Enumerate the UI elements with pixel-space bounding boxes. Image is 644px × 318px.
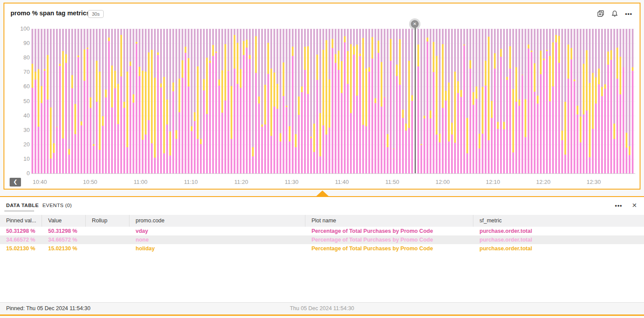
stacked-bar[interactable] <box>371 29 373 173</box>
stacked-bar[interactable] <box>589 29 591 173</box>
stacked-bar[interactable] <box>313 29 315 173</box>
stacked-bar[interactable] <box>549 29 551 173</box>
table-row[interactable]: 50.31298 %50.31298 %vdayPercentage of To… <box>0 227 644 235</box>
stacked-bar[interactable] <box>476 29 477 173</box>
stacked-bar[interactable] <box>77 29 79 173</box>
stacked-bar[interactable] <box>130 29 131 173</box>
stacked-bar[interactable] <box>420 29 422 173</box>
bell-icon[interactable] <box>611 10 619 17</box>
stacked-bar[interactable] <box>555 29 557 173</box>
stacked-bar[interactable] <box>200 29 202 173</box>
stacked-bar[interactable] <box>512 29 514 173</box>
table-row[interactable]: 34.66572 %34.66572 %nonePercentage of To… <box>0 235 644 244</box>
stacked-bar[interactable] <box>329 29 330 173</box>
stacked-bar[interactable] <box>613 29 615 173</box>
stacked-bar[interactable] <box>463 29 465 173</box>
stacked-bar[interactable] <box>396 29 398 173</box>
stacked-bar[interactable] <box>108 29 110 173</box>
stacked-bar[interactable] <box>378 29 379 173</box>
stacked-bar[interactable] <box>298 29 300 173</box>
stacked-bar[interactable] <box>280 29 281 173</box>
stacked-bar[interactable] <box>365 29 367 173</box>
table-row[interactable]: 15.02130 %15.02130 %holidayPercentage of… <box>0 244 644 253</box>
stacked-bar[interactable] <box>267 29 269 173</box>
stacked-bar[interactable] <box>185 29 186 173</box>
stacked-bar[interactable] <box>264 29 266 173</box>
stacked-bar[interactable] <box>601 29 603 173</box>
copy-to-dashboard-icon[interactable] <box>597 10 605 17</box>
stacked-bar[interactable] <box>139 29 140 173</box>
stacked-bar[interactable] <box>228 29 229 173</box>
stacked-bar[interactable] <box>430 29 431 173</box>
stacked-bar[interactable] <box>276 29 278 173</box>
stacked-bar[interactable] <box>322 29 324 173</box>
stacked-bar[interactable] <box>433 29 434 173</box>
stacked-bar[interactable] <box>344 29 346 173</box>
stacked-bar[interactable] <box>552 29 554 173</box>
stacked-bar[interactable] <box>350 29 352 173</box>
stacked-bar[interactable] <box>234 29 235 173</box>
stacked-bar[interactable] <box>221 29 223 173</box>
stacked-bar[interactable] <box>347 29 349 173</box>
stacked-bar[interactable] <box>515 29 517 173</box>
stacked-bar[interactable] <box>32 29 33 173</box>
stacked-bar[interactable] <box>381 29 382 173</box>
stacked-bar[interactable] <box>169 29 171 173</box>
stacked-bar[interactable] <box>126 29 128 173</box>
stacked-bar[interactable] <box>567 29 569 173</box>
stacked-bar-plot[interactable] <box>32 29 635 173</box>
stacked-bar[interactable] <box>99 29 101 173</box>
stacked-bar[interactable] <box>525 29 526 173</box>
stacked-bar[interactable] <box>503 29 505 173</box>
stacked-bar[interactable] <box>500 29 502 173</box>
stacked-bar[interactable] <box>497 29 499 173</box>
stacked-bar[interactable] <box>359 29 361 173</box>
stacked-bar[interactable] <box>289 29 290 173</box>
stacked-bar[interactable] <box>319 29 321 173</box>
stacked-bar[interactable] <box>301 29 303 173</box>
stacked-bar[interactable] <box>353 29 355 173</box>
scroll-left-button[interactable]: ❮ <box>10 178 21 187</box>
stacked-bar[interactable] <box>283 29 284 173</box>
stacked-bar[interactable] <box>90 29 91 173</box>
stacked-bar[interactable] <box>393 29 395 173</box>
stacked-bar[interactable] <box>439 29 441 173</box>
stacked-bar[interactable] <box>479 29 480 173</box>
stacked-bar[interactable] <box>246 29 248 173</box>
more-actions-icon[interactable]: ••• <box>625 10 633 17</box>
stacked-bar[interactable] <box>540 29 542 173</box>
stacked-bar[interactable] <box>148 29 150 173</box>
stacked-bar[interactable] <box>623 29 624 173</box>
stacked-bar[interactable] <box>448 29 450 173</box>
stacked-bar[interactable] <box>558 29 560 173</box>
stacked-bar[interactable] <box>182 29 183 173</box>
stacked-bar[interactable] <box>488 29 490 173</box>
stacked-bar[interactable] <box>626 29 627 173</box>
stacked-bar[interactable] <box>543 29 545 173</box>
stacked-bar[interactable] <box>546 29 548 173</box>
stacked-bar[interactable] <box>65 29 67 173</box>
stacked-bar[interactable] <box>175 29 177 173</box>
stacked-bar[interactable] <box>332 29 333 173</box>
stacked-bar[interactable] <box>292 29 294 173</box>
stacked-bar[interactable] <box>160 29 162 173</box>
stacked-bar[interactable] <box>206 29 208 173</box>
stacked-bar[interactable] <box>445 29 447 173</box>
stacked-bar[interactable] <box>341 29 343 173</box>
stacked-bar[interactable] <box>80 29 82 173</box>
stacked-bar[interactable] <box>286 29 287 173</box>
stacked-bar[interactable] <box>436 29 438 173</box>
stacked-bar[interactable] <box>506 29 508 173</box>
stacked-bar[interactable] <box>577 29 578 173</box>
stacked-bar[interactable] <box>93 29 94 173</box>
stacked-bar[interactable] <box>362 29 364 173</box>
stacked-bar[interactable] <box>629 29 630 173</box>
stacked-bar[interactable] <box>209 29 211 173</box>
stacked-bar[interactable] <box>215 29 217 173</box>
stacked-bar[interactable] <box>261 29 263 173</box>
stacked-bar[interactable] <box>417 29 419 173</box>
stacked-bar[interactable] <box>44 29 46 173</box>
stacked-bar[interactable] <box>534 29 536 173</box>
stacked-bar[interactable] <box>270 29 272 173</box>
stacked-bar[interactable] <box>509 29 511 173</box>
